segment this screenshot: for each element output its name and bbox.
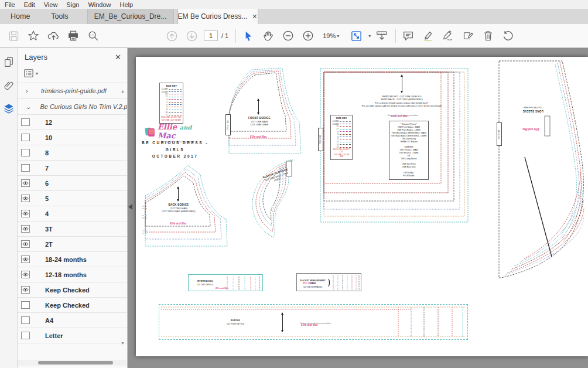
layer-row[interactable]: 10 <box>18 130 127 145</box>
chevron-right-icon[interactable]: › <box>26 87 41 94</box>
document-canvas[interactable]: SIZE KEY 12-18M 18-24M <box>128 48 588 368</box>
save-icon[interactable] <box>6 28 21 43</box>
layer-row[interactable]: 3T <box>18 222 127 237</box>
layer-visibility-checkbox[interactable] <box>21 332 30 339</box>
layer-visibility-checkbox[interactable] <box>21 118 30 126</box>
layer-visibility-checkbox[interactable] <box>21 210 30 217</box>
panel-options-caret-icon: ▾ <box>36 71 38 76</box>
fold-line-tab: FOLD LINE <box>225 114 231 135</box>
layer-visibility-checkbox[interactable] <box>21 286 30 294</box>
eye-icon <box>22 242 29 246</box>
long-sleeve-label: LONG SLEEVE Cut TWO on Fold <box>513 106 553 113</box>
pdf-page: SIZE KEY 12-18M 18-24M <box>136 57 588 356</box>
layer-visibility-checkbox[interactable] <box>21 179 30 187</box>
page-up-icon[interactable] <box>164 28 179 43</box>
layer-row[interactable]: 18-24 months <box>18 252 127 267</box>
layers-icon[interactable] <box>2 102 15 115</box>
panel-options-button[interactable]: ▾ <box>23 67 41 79</box>
tree-item-print-guide[interactable]: › trimless-print-guide.pdf <box>18 83 127 99</box>
layer-visibility-checkbox[interactable] <box>21 164 30 172</box>
layer-visibility-checkbox[interactable] <box>21 271 30 278</box>
fit-page-caret-icon[interactable]: ▾ <box>368 33 371 39</box>
panel-horizontal-scrollbar[interactable] <box>18 360 127 366</box>
tab-home[interactable]: Home <box>0 9 40 24</box>
grainline-arrow <box>178 187 179 201</box>
layer-visibility-checkbox[interactable] <box>21 255 30 263</box>
scrollbar-thumb[interactable] <box>38 361 113 364</box>
doc-tab-inactive[interactable]: EM_Be_Curious_Dre... <box>87 9 174 24</box>
share-cloud-icon[interactable] <box>46 28 61 43</box>
scroll-up-icon[interactable]: ▲ <box>121 89 125 93</box>
eye-icon <box>22 257 29 261</box>
search-icon[interactable] <box>86 28 101 43</box>
trash-icon[interactable] <box>480 28 495 43</box>
doc-tab-active[interactable]: EM Be Curios Dress... ✕ <box>177 9 258 24</box>
fit-page-icon[interactable] <box>348 28 364 43</box>
menu-item[interactable]: Help <box>120 1 134 8</box>
comment-icon[interactable] <box>401 28 416 43</box>
layer-row[interactable]: 6 <box>18 176 127 191</box>
menu-item[interactable]: Window <box>88 1 111 8</box>
attachments-icon[interactable] <box>2 79 15 91</box>
layer-row[interactable]: Keep Checked <box>18 282 127 298</box>
star-icon[interactable] <box>26 28 41 43</box>
layer-row[interactable]: 4 <box>18 206 127 222</box>
skirt-grain-text: SKIRT FRONT - CUT ONE ON FOLDSKIRT BACK … <box>361 95 443 108</box>
grainline-arrow <box>282 313 283 332</box>
close-tab-icon[interactable]: ✕ <box>252 13 257 21</box>
toolbar: 1 / 1 19% ▾ ▾ <box>0 24 588 48</box>
zoom-out-icon[interactable] <box>281 28 296 43</box>
long-sleeve-piece <box>495 57 588 283</box>
zoom-in-icon[interactable] <box>300 28 316 43</box>
undo-icon[interactable] <box>500 28 515 43</box>
layer-visibility-checkbox[interactable] <box>21 240 30 248</box>
layer-visibility-checkbox[interactable] <box>21 134 30 141</box>
menu-item[interactable]: Edit <box>24 1 35 8</box>
document-title: BE CURIOUS DRESS - GIRLS OCTOBER 2017 <box>139 139 211 160</box>
fill-sign-icon[interactable] <box>440 28 456 43</box>
layer-row[interactable]: 7 <box>18 161 127 176</box>
panel-collapse-icon[interactable] <box>128 204 132 210</box>
layer-row[interactable]: 2T <box>18 237 127 252</box>
mini-logo: Ellie and Mac <box>250 135 267 138</box>
chevron-down-icon[interactable]: ⌄ <box>26 103 40 111</box>
layer-visibility-checkbox[interactable] <box>21 195 30 202</box>
scroll-mode-icon[interactable] <box>374 28 389 43</box>
skirt-piece: FOLD LINE SKIRT FRONT - CUT ONE ON FOLDS… <box>320 68 469 223</box>
hand-icon[interactable] <box>261 28 276 43</box>
mini-logo: Ellie and Mac <box>522 128 539 131</box>
layer-row[interactable]: 8 <box>18 145 127 161</box>
zoom-dropdown-caret-icon[interactable]: ▾ <box>337 33 339 39</box>
layer-row[interactable]: Letter <box>18 328 127 343</box>
scroll-down-icon[interactable]: ▼ <box>121 341 125 345</box>
grainline-arrow <box>402 75 402 93</box>
layer-row[interactable]: 5 <box>18 191 127 206</box>
tab-tools[interactable]: Tools <box>40 9 78 24</box>
layer-visibility-checkbox[interactable] <box>21 301 30 309</box>
highlight-icon[interactable] <box>421 28 436 43</box>
page-down-icon[interactable] <box>184 28 199 43</box>
layer-visibility-checkbox[interactable] <box>21 316 30 324</box>
page-number-input[interactable]: 1 <box>204 30 218 41</box>
menu-item[interactable]: Sign <box>66 1 79 8</box>
menu-item[interactable]: View <box>44 1 58 8</box>
layer-visibility-checkbox[interactable] <box>21 225 30 233</box>
panel-close-icon[interactable]: ✕ <box>115 53 121 62</box>
select-arrow-icon[interactable] <box>241 28 256 43</box>
send-sign-icon[interactable] <box>460 28 476 43</box>
page-thumbnails-icon[interactable] <box>2 55 15 68</box>
menu-item[interactable]: File <box>5 1 15 8</box>
layer-row[interactable]: A4 <box>18 313 127 328</box>
tree-item-pattern-doc[interactable]: ⌄ Be Curious Girls No Trim V.2.pd, <box>18 99 127 115</box>
flounce-piece <box>248 156 299 240</box>
tab-bar: Home Tools EM_Be_Curious_Dre... EM Be Cu… <box>0 9 588 24</box>
layer-row[interactable]: 12 <box>18 115 127 130</box>
fold-line-tab: FOLD LINE <box>318 128 323 151</box>
layer-row[interactable]: Keep Checked <box>18 298 127 313</box>
page-total-label: / 1 <box>221 32 228 39</box>
print-icon[interactable] <box>66 28 81 43</box>
layer-visibility-checkbox[interactable] <box>21 149 30 156</box>
zoom-level-value[interactable]: 19% <box>323 32 336 39</box>
panel-title: Layers <box>25 53 47 62</box>
layer-row[interactable]: 12-18 months <box>18 267 127 282</box>
